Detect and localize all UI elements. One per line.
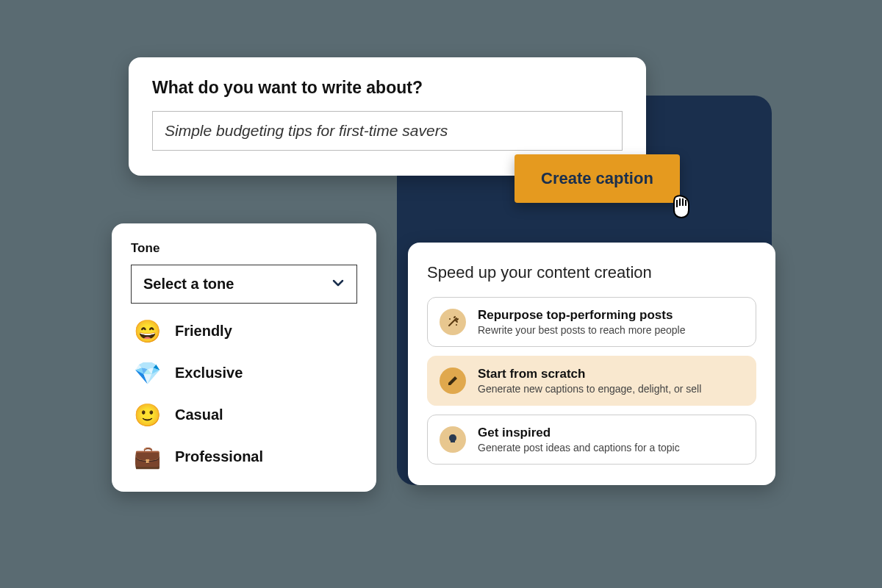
tone-option-exclusive[interactable]: 💎 Exclusive — [134, 360, 357, 386]
tone-select[interactable]: Select a tone — [131, 265, 357, 304]
prompt-title: What do you want to write about? — [152, 78, 623, 98]
speed-option-list: Repurpose top-performing posts Rewrite y… — [427, 297, 756, 465]
professional-emoji-icon: 💼 — [134, 444, 160, 470]
svg-point-1 — [456, 324, 457, 326]
speed-title: Speed up your content creation — [427, 263, 756, 282]
option-repurpose[interactable]: Repurpose top-performing posts Rewrite y… — [427, 297, 756, 347]
option-subtitle: Rewrite your best posts to reach more pe… — [478, 324, 685, 336]
tone-option-friendly[interactable]: 😄 Friendly — [134, 318, 357, 344]
option-subtitle: Generate post ideas and captions for a t… — [478, 442, 680, 453]
option-start-scratch[interactable]: Start from scratch Generate new captions… — [427, 356, 756, 406]
pencil-icon — [440, 368, 466, 394]
prompt-input[interactable] — [152, 111, 623, 151]
tone-option-label: Exclusive — [175, 365, 243, 381]
chevron-down-icon — [331, 276, 345, 293]
tone-option-label: Friendly — [175, 323, 232, 340]
casual-emoji-icon: 🙂 — [134, 402, 160, 428]
create-caption-button[interactable]: Create caption — [514, 154, 680, 203]
friendly-emoji-icon: 😄 — [134, 318, 160, 344]
tone-option-list: 😄 Friendly 💎 Exclusive 🙂 Casual 💼 Profes… — [131, 318, 357, 470]
exclusive-emoji-icon: 💎 — [134, 360, 160, 386]
option-get-inspired[interactable]: Get inspired Generate post ideas and cap… — [427, 415, 756, 465]
tone-label: Tone — [131, 241, 357, 256]
svg-point-0 — [449, 318, 451, 320]
wand-icon — [440, 309, 466, 335]
tone-option-label: Casual — [175, 406, 223, 423]
option-subtitle: Generate new captions to engage, delight… — [478, 383, 701, 395]
tone-card: Tone Select a tone 😄 Friendly 💎 Exclusiv… — [112, 223, 376, 492]
option-title: Start from scratch — [478, 367, 701, 381]
tone-select-placeholder: Select a tone — [143, 276, 234, 293]
tone-option-casual[interactable]: 🙂 Casual — [134, 402, 357, 428]
option-title: Repurpose top-performing posts — [478, 308, 685, 323]
bulb-icon — [440, 426, 466, 453]
speed-card: Speed up your content creation Repurpose… — [408, 243, 775, 485]
tone-option-label: Professional — [175, 448, 263, 465]
option-title: Get inspired — [478, 426, 680, 440]
tone-option-professional[interactable]: 💼 Professional — [134, 444, 357, 470]
